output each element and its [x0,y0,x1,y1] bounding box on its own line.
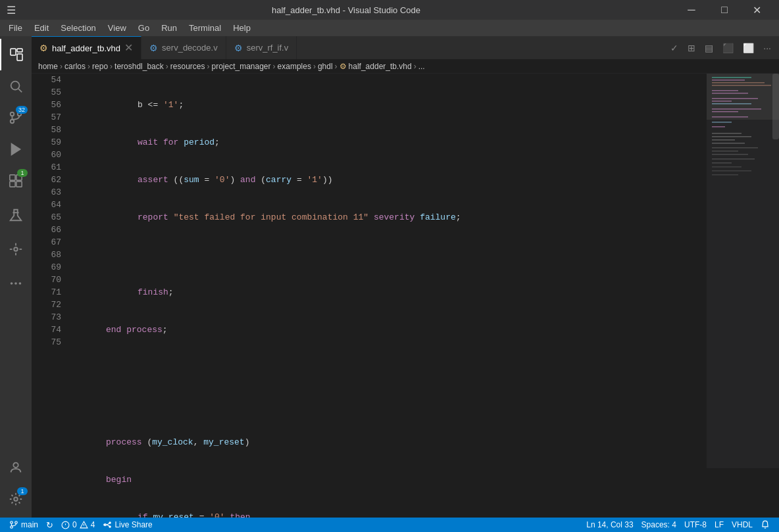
check-icon[interactable]: ✓ [668,41,681,55]
line-num-75: 75 [32,336,61,349]
code-line-58 [74,249,707,261]
menu-file[interactable]: File [3,22,28,34]
breadcrumb-teroshdl[interactable]: teroshdl_back [114,62,164,71]
svg-rect-47 [712,170,751,172]
breadcrumb-file[interactable]: half_adder_tb.vhd [349,62,412,71]
testing-icon[interactable] [0,199,32,231]
minimize-button[interactable]: ─ [676,0,707,20]
line-numbers: 54 55 56 57 58 59 60 61 62 63 64 65 66 6… [32,74,68,518]
window-controls: ─ □ ✕ [676,0,772,20]
editor[interactable]: 54 55 56 57 58 59 60 61 62 63 64 65 66 6… [32,74,779,518]
status-right: Ln 14, Col 33 Spaces: 4 UTF-8 LF VHDL [582,518,774,532]
menu-run[interactable]: Run [156,22,182,34]
svg-rect-37 [712,133,741,134]
search-icon[interactable] [0,70,32,102]
svg-point-15 [14,247,18,251]
menu-edit[interactable]: Edit [29,22,54,34]
status-live-share[interactable]: Live Share [99,518,156,532]
more-actions-icon[interactable]: ··· [761,41,774,55]
toggle-panel-icon[interactable]: ⬜ [740,41,757,55]
error-icon [61,521,70,529]
tab-serv-decode[interactable]: ⚙ serv_decode.v [141,36,226,59]
file-encoding: UTF-8 [684,520,707,529]
source-control-icon[interactable]: 32 [0,102,32,133]
breadcrumb-repo[interactable]: repo [92,62,108,71]
status-position[interactable]: Ln 14, Col 33 [582,518,637,532]
breadcrumb-more[interactable]: ... [418,62,425,71]
extensions-badge: 1 [17,169,28,177]
close-button[interactable]: ✕ [742,0,772,20]
breadcrumb-resources[interactable]: resources [170,62,205,71]
line-num-67: 67 [32,236,61,249]
svg-rect-13 [16,181,22,187]
menu-go[interactable]: Go [133,22,155,34]
svg-rect-25 [712,82,765,84]
status-language[interactable]: VHDL [728,518,757,532]
line-num-74: 74 [32,324,61,336]
menu-view[interactable]: View [103,22,132,34]
status-line-ending[interactable]: LF [711,518,728,532]
svg-rect-39 [712,139,735,141]
breadcrumb-carlos[interactable]: carlos [64,62,86,71]
status-errors-warnings[interactable]: 0 4 [57,518,99,532]
hamburger-icon[interactable]: ☰ [7,4,16,16]
title-bar-left: ☰ [7,4,16,16]
settings-icon[interactable]: 1 [0,483,32,515]
line-num-61: 61 [32,161,61,174]
menu-help[interactable]: Help [228,22,256,34]
tab-serv-rf-if[interactable]: ⚙ serv_rf_if.v [226,36,297,59]
code-line-54: b <= '1'; [74,99,707,111]
extensions-icon[interactable]: 1 [0,165,32,197]
bell-icon [761,520,770,529]
status-branch[interactable]: main [5,518,42,532]
tab-half-adder-tb[interactable]: ⚙ half_adder_tb.vhd ✕ [32,36,141,59]
breadcrumb: home › carlos › repo › teroshdl_back › r… [32,59,779,74]
line-num-68: 68 [32,249,61,261]
warning-icon [80,521,88,529]
line-num-54: 54 [32,74,61,86]
code-line-64: begin [74,473,707,486]
menu-selection[interactable]: Selection [55,22,101,34]
status-branch-name: main [21,520,38,529]
title-text: half_adder_tb.vhd - Visual Studio Code [272,5,420,15]
tab-label-half-adder-tb: half_adder_tb.vhd [52,43,120,53]
more-icon[interactable] [0,268,32,299]
status-sync[interactable]: ↻ [42,518,57,532]
status-notifications[interactable] [757,518,774,532]
minimap[interactable] [707,74,779,518]
svg-rect-28 [712,93,748,94]
menu-terminal[interactable]: Terminal [184,22,226,34]
code-editor[interactable]: b <= '1'; wait for period; assert ((sum … [68,74,707,518]
split-editor-icon[interactable]: ⊞ [685,41,698,55]
teroshdl-icon[interactable] [0,233,32,265]
sync-icon: ↻ [46,520,53,530]
tab-icon-serv-rf-if: ⚙ [234,43,243,53]
explorer-icon[interactable] [0,39,32,70]
run-debug-icon[interactable] [0,133,32,165]
line-num-59: 59 [32,136,61,149]
svg-rect-36 [712,126,725,128]
svg-rect-38 [712,136,751,137]
line-num-70: 70 [32,274,61,286]
svg-point-17 [14,282,17,285]
maximize-button[interactable]: □ [709,0,740,20]
status-encoding[interactable]: UTF-8 [680,518,711,532]
svg-rect-45 [712,162,732,164]
svg-rect-44 [712,158,755,160]
status-spaces[interactable]: Spaces: 4 [638,518,680,532]
breadcrumb-home[interactable]: home [38,62,58,71]
breadcrumb-examples[interactable]: examples [278,62,311,71]
svg-rect-29 [712,98,758,99]
line-num-60: 60 [32,149,61,161]
split-down-icon[interactable]: ⬛ [720,41,736,55]
editor-layout-icon[interactable]: ▤ [702,41,716,55]
live-share-icon [103,520,112,529]
code-line-56: assert ((sum = '0') and (carry = '1')) [74,174,707,186]
svg-rect-12 [10,181,15,187]
breadcrumb-ghdl[interactable]: ghdl [318,62,333,71]
line-num-57: 57 [32,111,61,124]
tab-close-half-adder-tb[interactable]: ✕ [124,43,133,53]
svg-rect-48 [712,174,738,176]
accounts-icon[interactable] [0,452,32,483]
breadcrumb-project-manager[interactable]: project_manager [211,62,270,71]
